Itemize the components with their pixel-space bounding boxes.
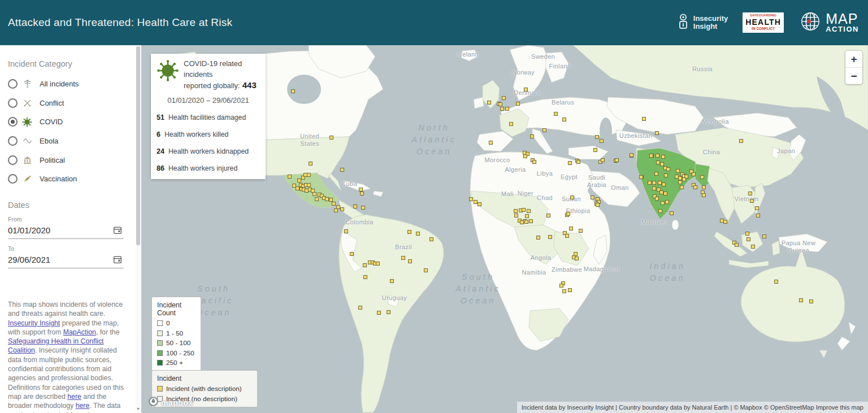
incident-marker[interactable]: [332, 202, 336, 206]
incident-marker[interactable]: [664, 173, 668, 177]
incident-marker[interactable]: [505, 107, 509, 111]
incident-marker[interactable]: [735, 243, 739, 247]
incident-marker[interactable]: [762, 234, 766, 238]
incident-marker[interactable]: [361, 206, 365, 210]
incident-marker[interactable]: [658, 181, 662, 185]
incident-marker[interactable]: [416, 232, 420, 236]
incident-marker[interactable]: [680, 185, 684, 189]
incident-marker[interactable]: [649, 154, 653, 158]
radio-button[interactable]: [8, 174, 18, 184]
incident-marker[interactable]: [548, 235, 552, 239]
incident-marker[interactable]: [500, 107, 504, 111]
incident-marker[interactable]: [579, 229, 583, 233]
safeguarding-health-logo[interactable]: SAFEGUARDING HEALTH IN CONFLICT: [743, 12, 784, 33]
incident-marker[interactable]: [424, 268, 428, 272]
incident-marker[interactable]: [596, 203, 600, 207]
description-link[interactable]: MapAction: [63, 328, 96, 336]
incident-marker[interactable]: [568, 288, 572, 292]
incident-marker[interactable]: [774, 280, 778, 284]
category-option-political[interactable]: Political: [8, 150, 129, 169]
to-date-input[interactable]: [8, 255, 93, 264]
incident-marker[interactable]: [296, 186, 300, 190]
incident-marker[interactable]: [652, 186, 656, 190]
description-link[interactable]: here: [67, 393, 81, 401]
incident-marker[interactable]: [514, 209, 518, 213]
incident-marker[interactable]: [307, 173, 311, 177]
improve-this-map-link[interactable]: Improve this map: [816, 404, 863, 411]
incident-marker[interactable]: [576, 160, 580, 164]
incident-marker[interactable]: [648, 181, 652, 185]
incident-marker[interactable]: [739, 139, 743, 143]
incident-marker[interactable]: [363, 275, 367, 279]
incident-marker[interactable]: [748, 192, 752, 195]
incident-marker[interactable]: [516, 102, 520, 106]
incident-marker[interactable]: [570, 195, 574, 199]
incident-marker[interactable]: [692, 172, 696, 176]
incident-marker[interactable]: [334, 208, 338, 212]
incident-marker[interactable]: [350, 252, 354, 256]
incident-marker[interactable]: [527, 209, 531, 213]
incident-marker[interactable]: [359, 188, 363, 192]
incident-marker[interactable]: [524, 220, 528, 224]
incident-marker[interactable]: [559, 284, 563, 288]
incident-marker[interactable]: [702, 185, 706, 189]
incident-marker[interactable]: [469, 197, 473, 201]
category-option-all-incidents[interactable]: All incidents: [8, 75, 129, 94]
incident-marker[interactable]: [498, 102, 502, 106]
category-option-covid[interactable]: COVID: [8, 112, 129, 132]
incident-marker[interactable]: [340, 168, 344, 172]
radio-button[interactable]: [8, 79, 18, 89]
incident-marker[interactable]: [530, 134, 534, 138]
incident-marker[interactable]: [297, 179, 301, 182]
incident-marker[interactable]: [755, 206, 759, 210]
insecurity-insight-logo[interactable]: Insecurity Insight: [677, 13, 728, 32]
incident-marker[interactable]: [358, 306, 362, 310]
incident-marker[interactable]: [502, 96, 506, 100]
incident-marker[interactable]: [514, 214, 518, 218]
calendar-icon[interactable]: [112, 225, 123, 235]
incident-marker[interactable]: [655, 197, 659, 201]
incident-marker[interactable]: [658, 209, 662, 213]
incident-marker[interactable]: [523, 154, 527, 158]
incident-marker[interactable]: [340, 207, 344, 211]
incident-marker[interactable]: [478, 202, 481, 206]
incident-marker[interactable]: [344, 229, 348, 233]
incident-marker[interactable]: [601, 158, 605, 162]
incident-marker[interactable]: [595, 135, 599, 139]
incident-marker[interactable]: [566, 212, 570, 216]
from-date-input[interactable]: [8, 225, 93, 235]
incident-marker[interactable]: [546, 214, 550, 218]
incident-marker[interactable]: [325, 197, 329, 201]
map-canvas[interactable]: OceanNorth Atlantic OceanSouth Pacific O…: [141, 45, 868, 413]
incident-marker[interactable]: [751, 245, 755, 249]
incident-marker[interactable]: [562, 289, 566, 293]
incident-marker[interactable]: [661, 201, 665, 205]
mapaction-logo[interactable]: MAP ACTION: [798, 10, 859, 36]
incident-marker[interactable]: [288, 175, 292, 179]
sidebar-scrollbar[interactable]: ▼: [136, 45, 141, 413]
incident-marker[interactable]: [809, 299, 813, 303]
incident-marker[interactable]: [360, 192, 364, 195]
incident-marker[interactable]: [615, 158, 619, 162]
incident-marker[interactable]: [723, 220, 727, 224]
incident-marker[interactable]: [665, 200, 669, 204]
radio-button[interactable]: [8, 117, 18, 127]
incident-marker[interactable]: [700, 175, 704, 179]
incident-marker[interactable]: [756, 214, 760, 218]
category-option-conflict[interactable]: Conflict: [8, 94, 129, 113]
radio-button[interactable]: [8, 136, 18, 146]
incident-marker[interactable]: [429, 237, 433, 241]
description-link[interactable]: Insecurity Insight: [8, 319, 60, 327]
incident-marker[interactable]: [670, 211, 674, 215]
incident-marker[interactable]: [799, 298, 803, 302]
incident-marker[interactable]: [309, 162, 313, 166]
incident-marker[interactable]: [747, 237, 750, 241]
incident-marker[interactable]: [750, 199, 754, 203]
incident-marker[interactable]: [536, 236, 540, 240]
incident-marker[interactable]: [408, 259, 412, 263]
incident-marker[interactable]: [642, 117, 646, 121]
incident-marker[interactable]: [591, 195, 594, 199]
incident-marker[interactable]: [745, 232, 749, 236]
incident-marker[interactable]: [554, 112, 558, 116]
category-option-ebola[interactable]: Ebola: [8, 132, 129, 151]
